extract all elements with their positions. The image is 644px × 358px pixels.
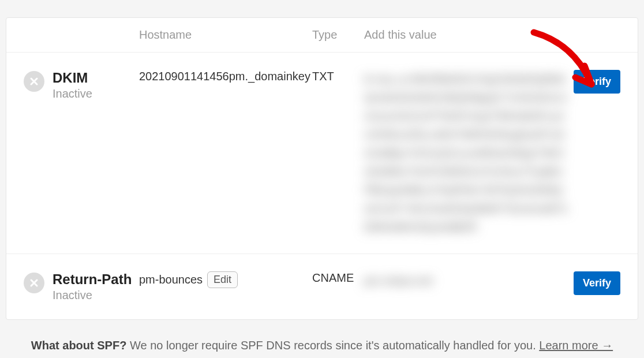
record-status: Inactive [53,288,132,302]
edit-button[interactable]: Edit [207,271,238,288]
record-type: TXT [312,70,364,83]
learn-more-link[interactable]: Learn more → [539,339,613,352]
record-row-dkim: DKIM Inactive 20210901141456pm._domainke… [6,53,638,254]
record-status: Inactive [53,87,92,100]
spf-note: What about SPF? We no longer require SPF… [23,336,621,355]
verify-button[interactable]: Verify [574,271,620,295]
table-header: Hostname Type Add this value [6,18,638,53]
spf-heading: What about SPF? [31,339,127,352]
record-hostname: 20210901141456pm._domainkey [139,70,312,83]
record-row-return-path: Return-Path Inactive pm-bounces Edit CNA… [6,254,638,319]
record-name: DKIM [53,70,92,87]
record-name: Return-Path [53,271,132,288]
spf-body: We no longer require SPF DNS records sin… [130,339,536,352]
record-value: pm.mtasv.net [364,271,568,290]
verify-button[interactable]: Verify [574,70,620,94]
record-type: CNAME [312,271,364,285]
header-value: Add this value [364,28,568,42]
dns-records-panel: Hostname Type Add this value DKIM Inacti… [6,17,638,320]
header-hostname: Hostname [139,28,312,42]
record-hostname: pm-bounces [139,273,203,286]
close-icon [24,71,44,92]
record-value: k=rsa; p=MIGfMA0GCSqGSIb3DQEBAQUAA4GNADC… [364,70,568,236]
header-type: Type [312,28,364,42]
close-icon [24,273,44,293]
